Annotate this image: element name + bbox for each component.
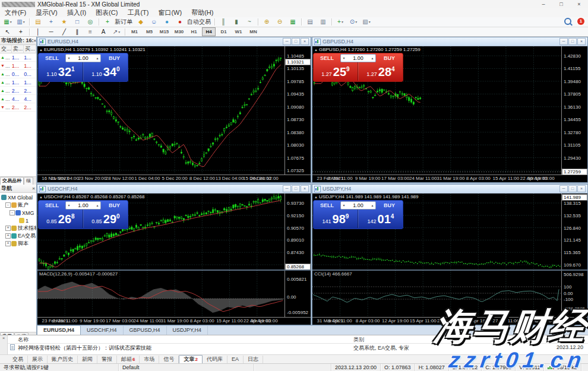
timeframe-button-m15[interactable]: M15 — [157, 27, 171, 36]
menu-item-6[interactable]: 帮助(H) — [186, 8, 218, 17]
time-axis[interactable]: 16 Nov 202321 Nov 04:0023 Nov 20:0028 No… — [37, 175, 311, 182]
chart-restore-button[interactable]: □ — [292, 38, 300, 45]
lot-value[interactable]: 1.00 — [347, 202, 369, 208]
navigator-node-0[interactable]: -账户 — [0, 201, 36, 209]
templates-icon[interactable]: ▧▾ — [361, 17, 372, 27]
time-axis[interactable]: 23 Feb 20212 Mar 11:009 Mar 19:0017 Mar … — [37, 317, 311, 325]
vertical-line-icon[interactable]: │ — [32, 27, 44, 37]
terminal-tab-10[interactable]: EA — [227, 356, 244, 363]
price-scale[interactable]: 1.104851.101351.097851.094351.090801.087… — [284, 46, 311, 175]
terminal-tab-1[interactable]: 展示 — [28, 356, 48, 363]
lot-spinner-icon[interactable]: ▴ — [94, 203, 100, 207]
market-watch-close-icon[interactable]: × — [34, 38, 36, 43]
terminal-tab-9[interactable]: 代码库 — [203, 356, 227, 363]
market-watch-row[interactable]: ▲...0...0... — [0, 70, 36, 78]
buy-price[interactable]: 142014 — [358, 210, 403, 228]
chart-title-bar[interactable]: USDCHF,H4─□× — [37, 185, 311, 194]
article-row[interactable]: 神经网络变得轻松（第四十五部分）：训练状态探索技能 交易系统, EA交易, 专家… — [8, 344, 588, 351]
strategy-tester-icon[interactable]: ◎ — [84, 17, 96, 27]
channel-icon[interactable]: ∥ — [71, 27, 83, 37]
indicator-window[interactable]: MACD(12,26,9) -0.005417 -0.000627 — [37, 271, 284, 318]
sell-price[interactable]: 1.27259 — [314, 62, 358, 81]
tile-windows-icon[interactable]: ▦ — [287, 17, 299, 27]
market-watch-icon[interactable]: ▤ — [32, 17, 44, 27]
sell-button[interactable]: SELL — [314, 55, 340, 61]
buy-price[interactable]: 1.10340 — [83, 62, 128, 81]
terminal-tab-2[interactable]: 账户历史 — [48, 356, 78, 363]
lot-size-input[interactable]: ▾1.00▴ — [65, 201, 101, 210]
buy-button[interactable]: BUY — [376, 55, 403, 61]
navigator-node-1[interactable]: -XMG — [0, 209, 36, 217]
price-scale[interactable]: 0.937300.921500.905700.890100.874300.858… — [284, 194, 311, 318]
timeframe-button-h4[interactable]: H4 — [202, 27, 216, 36]
expand-box-icon[interactable]: + — [5, 226, 11, 231]
buy-price[interactable]: 1.27284 — [358, 62, 403, 81]
navigator-node-3[interactable]: +技术指标 — [0, 224, 36, 232]
buy-button[interactable]: BUY — [101, 202, 128, 208]
new-order-label[interactable]: 新订单 — [115, 18, 132, 26]
new-chart-icon[interactable]: ▦▾ — [2, 17, 14, 27]
navigator-node-2[interactable]: 1 — [0, 217, 36, 224]
market-watch-row[interactable]: ▲...1...1... — [0, 53, 36, 62]
buy-button[interactable]: BUY — [376, 202, 403, 208]
timeframe-button-m5[interactable]: M5 — [143, 27, 156, 36]
navigator-root[interactable]: XM Global — [0, 194, 36, 201]
chart-tab-usdjpyh4[interactable]: USDJPY,H4 — [167, 326, 208, 335]
chart-close-button[interactable]: × — [577, 38, 586, 45]
timeframe-button-mn[interactable]: MN — [246, 27, 260, 36]
price-scale[interactable]: 1.428301.411551.394801.378051.361301.344… — [561, 46, 587, 175]
buy-price[interactable]: 0.85290 — [83, 210, 128, 228]
chart-tab-gbpusdh4[interactable]: GBPUSD,H4 — [124, 326, 167, 335]
lot-value[interactable]: 1.00 — [347, 55, 369, 61]
menu-item-1[interactable]: 显示(V) — [31, 8, 62, 17]
indicators-icon[interactable]: +▾ — [334, 17, 346, 27]
lot-spinner-icon[interactable]: ▴ — [369, 56, 375, 60]
terminal-tab-6[interactable]: 市场 — [140, 356, 159, 363]
sell-button[interactable]: SELL — [314, 202, 340, 208]
chart-tab-eurusdh4[interactable]: EURUSD,H4 — [37, 325, 81, 335]
zoom-out-icon[interactable]: ⊖ — [274, 17, 286, 27]
lot-size-input[interactable]: ▾1.00▴ — [65, 54, 101, 62]
terminal-tab-7[interactable]: 信号 — [159, 356, 179, 363]
chart-restore-button[interactable]: □ — [292, 185, 300, 192]
collapse-arrow-icon[interactable]: ▲ — [39, 195, 43, 199]
terminal-tab-8[interactable]: 文章2 — [179, 355, 202, 363]
chart-minimize-button[interactable]: ─ — [559, 38, 568, 45]
market-watch-row[interactable]: ▲...4...4... — [0, 95, 36, 103]
menu-item-0[interactable]: 文件(F) — [0, 8, 31, 17]
lot-spinner-icon[interactable]: ▴ — [94, 56, 100, 60]
sell-button[interactable]: SELL — [39, 55, 65, 61]
chart-minimize-button[interactable]: ─ — [283, 38, 291, 45]
market-watch-tab-1[interactable]: 细 — [24, 177, 33, 185]
timeframe-button-m1[interactable]: M1 — [128, 27, 141, 36]
sell-price[interactable]: 1.10321 — [39, 62, 83, 81]
terminal-tab-3[interactable]: 新闻 — [78, 356, 97, 363]
autotrading-label[interactable]: 自动交易 — [187, 18, 211, 26]
new-order-icon[interactable]: + — [102, 17, 113, 27]
data-window-icon[interactable]: + — [45, 17, 57, 27]
crosshair-icon[interactable]: + — [15, 27, 27, 37]
lot-value[interactable]: 1.00 — [72, 202, 94, 208]
expand-box-icon[interactable]: + — [5, 233, 11, 239]
chart-tab-usdchfh4[interactable]: USDCHF,H4 — [81, 326, 124, 335]
navigator-node-5[interactable]: +脚本 — [0, 240, 36, 248]
terminal-close-icon[interactable]: × — [2, 335, 5, 341]
terminal-icon[interactable]: □ — [71, 17, 83, 27]
community-icon[interactable]: ☺ — [148, 17, 160, 27]
navigator-close-icon[interactable]: × — [32, 186, 35, 191]
buy-button[interactable]: BUY — [101, 55, 128, 61]
market-watch-col-1[interactable]: 卖... — [12, 45, 24, 53]
market-watch-row[interactable]: ▼...2...2... — [0, 103, 36, 112]
timeframe-button-d1[interactable]: D1 — [217, 27, 230, 36]
bar-chart-mode-icon[interactable]: ║ — [217, 17, 229, 27]
periods-icon[interactable]: ⊙▾ — [347, 17, 359, 27]
terminal-tab-5[interactable]: 邮箱6 — [117, 356, 140, 363]
article-title[interactable]: 神经网络变得轻松（第四十五部分）：训练状态探索技能 — [18, 344, 151, 352]
market-watch-col-0[interactable]: 交... — [0, 45, 12, 53]
search-icon[interactable] — [564, 18, 571, 25]
fibonacci-icon[interactable]: ≡ — [84, 27, 96, 37]
lot-size-input[interactable]: ▾1.00▴ — [340, 54, 376, 62]
menu-item-4[interactable]: 工具(T) — [122, 8, 153, 17]
chart-close-button[interactable]: × — [301, 185, 309, 192]
lot-dropdown-icon[interactable]: ▾ — [66, 203, 72, 207]
